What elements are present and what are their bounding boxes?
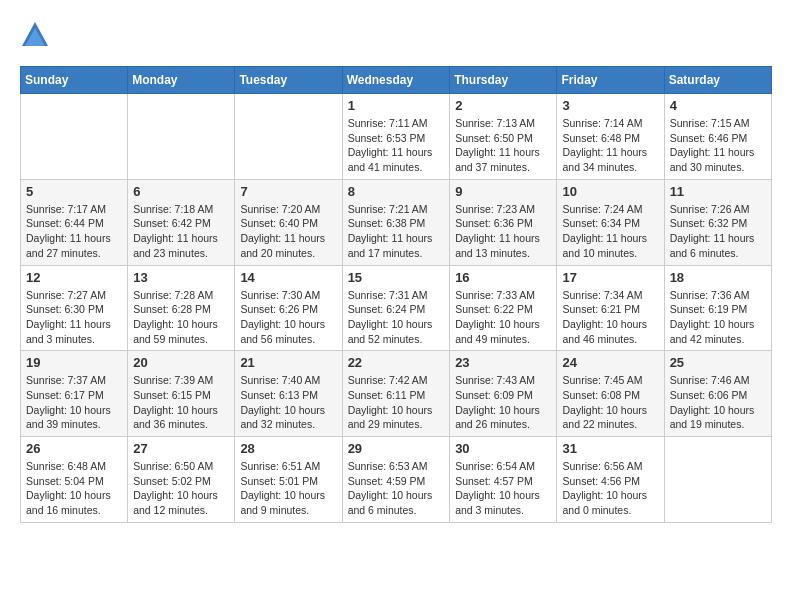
calendar-cell: 4Sunrise: 7:15 AMSunset: 6:46 PMDaylight… <box>664 94 771 180</box>
day-number: 14 <box>240 270 336 285</box>
weekday-header-saturday: Saturday <box>664 67 771 94</box>
calendar-cell: 3Sunrise: 7:14 AMSunset: 6:48 PMDaylight… <box>557 94 664 180</box>
day-info: Sunrise: 6:50 AMSunset: 5:02 PMDaylight:… <box>133 459 229 518</box>
calendar-cell: 20Sunrise: 7:39 AMSunset: 6:15 PMDayligh… <box>128 351 235 437</box>
day-number: 15 <box>348 270 445 285</box>
day-number: 30 <box>455 441 551 456</box>
day-number: 29 <box>348 441 445 456</box>
day-info: Sunrise: 7:39 AMSunset: 6:15 PMDaylight:… <box>133 373 229 432</box>
day-number: 5 <box>26 184 122 199</box>
calendar-cell: 2Sunrise: 7:13 AMSunset: 6:50 PMDaylight… <box>450 94 557 180</box>
calendar-cell: 21Sunrise: 7:40 AMSunset: 6:13 PMDayligh… <box>235 351 342 437</box>
day-info: Sunrise: 7:40 AMSunset: 6:13 PMDaylight:… <box>240 373 336 432</box>
day-number: 27 <box>133 441 229 456</box>
week-row-1: 1Sunrise: 7:11 AMSunset: 6:53 PMDaylight… <box>21 94 772 180</box>
day-number: 18 <box>670 270 766 285</box>
calendar-cell: 30Sunrise: 6:54 AMSunset: 4:57 PMDayligh… <box>450 437 557 523</box>
day-info: Sunrise: 7:23 AMSunset: 6:36 PMDaylight:… <box>455 202 551 261</box>
day-info: Sunrise: 7:28 AMSunset: 6:28 PMDaylight:… <box>133 288 229 347</box>
day-info: Sunrise: 6:56 AMSunset: 4:56 PMDaylight:… <box>562 459 658 518</box>
calendar-cell: 18Sunrise: 7:36 AMSunset: 6:19 PMDayligh… <box>664 265 771 351</box>
day-info: Sunrise: 7:43 AMSunset: 6:09 PMDaylight:… <box>455 373 551 432</box>
calendar-cell: 19Sunrise: 7:37 AMSunset: 6:17 PMDayligh… <box>21 351 128 437</box>
day-info: Sunrise: 7:20 AMSunset: 6:40 PMDaylight:… <box>240 202 336 261</box>
calendar-body: 1Sunrise: 7:11 AMSunset: 6:53 PMDaylight… <box>21 94 772 523</box>
day-number: 22 <box>348 355 445 370</box>
day-number: 3 <box>562 98 658 113</box>
day-info: Sunrise: 7:31 AMSunset: 6:24 PMDaylight:… <box>348 288 445 347</box>
calendar-cell: 15Sunrise: 7:31 AMSunset: 6:24 PMDayligh… <box>342 265 450 351</box>
calendar-cell: 13Sunrise: 7:28 AMSunset: 6:28 PMDayligh… <box>128 265 235 351</box>
calendar-cell: 31Sunrise: 6:56 AMSunset: 4:56 PMDayligh… <box>557 437 664 523</box>
calendar-cell: 23Sunrise: 7:43 AMSunset: 6:09 PMDayligh… <box>450 351 557 437</box>
day-number: 11 <box>670 184 766 199</box>
calendar-cell <box>128 94 235 180</box>
day-info: Sunrise: 7:11 AMSunset: 6:53 PMDaylight:… <box>348 116 445 175</box>
weekday-header-monday: Monday <box>128 67 235 94</box>
day-info: Sunrise: 6:53 AMSunset: 4:59 PMDaylight:… <box>348 459 445 518</box>
week-row-2: 5Sunrise: 7:17 AMSunset: 6:44 PMDaylight… <box>21 179 772 265</box>
calendar-table: SundayMondayTuesdayWednesdayThursdayFrid… <box>20 66 772 523</box>
calendar-cell: 11Sunrise: 7:26 AMSunset: 6:32 PMDayligh… <box>664 179 771 265</box>
day-number: 1 <box>348 98 445 113</box>
day-number: 24 <box>562 355 658 370</box>
day-number: 23 <box>455 355 551 370</box>
calendar-cell: 14Sunrise: 7:30 AMSunset: 6:26 PMDayligh… <box>235 265 342 351</box>
logo <box>20 20 54 50</box>
week-row-4: 19Sunrise: 7:37 AMSunset: 6:17 PMDayligh… <box>21 351 772 437</box>
day-info: Sunrise: 7:34 AMSunset: 6:21 PMDaylight:… <box>562 288 658 347</box>
day-info: Sunrise: 7:46 AMSunset: 6:06 PMDaylight:… <box>670 373 766 432</box>
calendar-header: SundayMondayTuesdayWednesdayThursdayFrid… <box>21 67 772 94</box>
calendar-cell: 8Sunrise: 7:21 AMSunset: 6:38 PMDaylight… <box>342 179 450 265</box>
day-number: 7 <box>240 184 336 199</box>
day-info: Sunrise: 7:17 AMSunset: 6:44 PMDaylight:… <box>26 202 122 261</box>
day-number: 28 <box>240 441 336 456</box>
day-info: Sunrise: 7:18 AMSunset: 6:42 PMDaylight:… <box>133 202 229 261</box>
calendar-cell: 9Sunrise: 7:23 AMSunset: 6:36 PMDaylight… <box>450 179 557 265</box>
weekday-header-friday: Friday <box>557 67 664 94</box>
calendar-cell: 16Sunrise: 7:33 AMSunset: 6:22 PMDayligh… <box>450 265 557 351</box>
day-number: 8 <box>348 184 445 199</box>
week-row-5: 26Sunrise: 6:48 AMSunset: 5:04 PMDayligh… <box>21 437 772 523</box>
day-info: Sunrise: 7:13 AMSunset: 6:50 PMDaylight:… <box>455 116 551 175</box>
day-info: Sunrise: 7:24 AMSunset: 6:34 PMDaylight:… <box>562 202 658 261</box>
weekday-header-wednesday: Wednesday <box>342 67 450 94</box>
calendar-cell: 24Sunrise: 7:45 AMSunset: 6:08 PMDayligh… <box>557 351 664 437</box>
logo-icon <box>20 20 50 50</box>
day-number: 17 <box>562 270 658 285</box>
day-info: Sunrise: 7:27 AMSunset: 6:30 PMDaylight:… <box>26 288 122 347</box>
calendar-cell <box>235 94 342 180</box>
weekday-header-row: SundayMondayTuesdayWednesdayThursdayFrid… <box>21 67 772 94</box>
calendar-cell: 6Sunrise: 7:18 AMSunset: 6:42 PMDaylight… <box>128 179 235 265</box>
day-info: Sunrise: 6:54 AMSunset: 4:57 PMDaylight:… <box>455 459 551 518</box>
calendar-cell <box>664 437 771 523</box>
calendar-cell: 1Sunrise: 7:11 AMSunset: 6:53 PMDaylight… <box>342 94 450 180</box>
day-number: 10 <box>562 184 658 199</box>
day-number: 16 <box>455 270 551 285</box>
calendar-cell: 27Sunrise: 6:50 AMSunset: 5:02 PMDayligh… <box>128 437 235 523</box>
day-info: Sunrise: 7:33 AMSunset: 6:22 PMDaylight:… <box>455 288 551 347</box>
day-number: 31 <box>562 441 658 456</box>
page-header <box>20 20 772 50</box>
day-number: 20 <box>133 355 229 370</box>
calendar-cell: 28Sunrise: 6:51 AMSunset: 5:01 PMDayligh… <box>235 437 342 523</box>
calendar-cell <box>21 94 128 180</box>
calendar-cell: 12Sunrise: 7:27 AMSunset: 6:30 PMDayligh… <box>21 265 128 351</box>
day-info: Sunrise: 7:42 AMSunset: 6:11 PMDaylight:… <box>348 373 445 432</box>
day-number: 13 <box>133 270 229 285</box>
calendar-cell: 25Sunrise: 7:46 AMSunset: 6:06 PMDayligh… <box>664 351 771 437</box>
day-info: Sunrise: 7:15 AMSunset: 6:46 PMDaylight:… <box>670 116 766 175</box>
day-info: Sunrise: 6:48 AMSunset: 5:04 PMDaylight:… <box>26 459 122 518</box>
day-number: 26 <box>26 441 122 456</box>
day-info: Sunrise: 7:26 AMSunset: 6:32 PMDaylight:… <box>670 202 766 261</box>
weekday-header-tuesday: Tuesday <box>235 67 342 94</box>
day-number: 25 <box>670 355 766 370</box>
calendar-cell: 29Sunrise: 6:53 AMSunset: 4:59 PMDayligh… <box>342 437 450 523</box>
day-number: 6 <box>133 184 229 199</box>
calendar-cell: 7Sunrise: 7:20 AMSunset: 6:40 PMDaylight… <box>235 179 342 265</box>
calendar-cell: 17Sunrise: 7:34 AMSunset: 6:21 PMDayligh… <box>557 265 664 351</box>
day-number: 4 <box>670 98 766 113</box>
day-info: Sunrise: 7:45 AMSunset: 6:08 PMDaylight:… <box>562 373 658 432</box>
day-info: Sunrise: 7:21 AMSunset: 6:38 PMDaylight:… <box>348 202 445 261</box>
day-number: 12 <box>26 270 122 285</box>
